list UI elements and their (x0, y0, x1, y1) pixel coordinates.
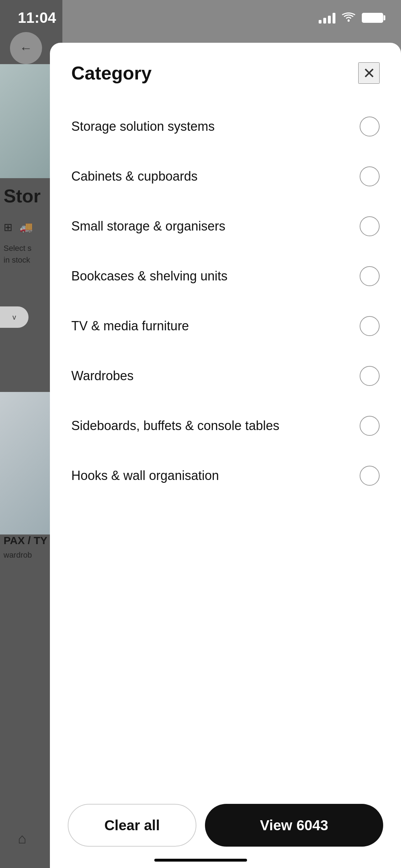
list-item[interactable]: Wardrobes (50, 351, 401, 401)
options-list: Storage solution systems Cabinets & cupb… (50, 94, 401, 790)
bg-select-text: Select sin stock (4, 242, 31, 266)
view-count: 6043 (297, 817, 328, 833)
status-time: 11:04 (18, 9, 56, 26)
back-button[interactable]: ← (10, 32, 42, 64)
option-label: Storage solution systems (71, 118, 360, 135)
option-label: Wardrobes (71, 368, 360, 384)
bg-pax-text: PAX / TY (4, 534, 47, 547)
list-item[interactable]: TV & media furniture (50, 301, 401, 351)
home-indicator (154, 859, 247, 862)
list-item[interactable]: Sideboards, buffets & console tables (50, 401, 401, 451)
radio-button[interactable] (360, 266, 380, 286)
clear-all-button[interactable]: Clear all (68, 804, 196, 847)
radio-button[interactable] (360, 416, 380, 436)
battery-icon (362, 13, 383, 23)
option-label: Small storage & organisers (71, 218, 360, 235)
list-item[interactable]: Hooks & wall organisation (50, 451, 401, 501)
option-label: TV & media furniture (71, 318, 360, 335)
view-label: View (260, 817, 292, 833)
grid-icon: ⊞ (4, 221, 12, 233)
bg-stor-text: Stor (4, 185, 41, 207)
bg-home-icon: ⌂ (18, 831, 26, 847)
bg-pill-button: v (0, 306, 29, 328)
list-item[interactable]: Bookcases & shelving units (50, 251, 401, 301)
list-item[interactable]: Cabinets & cupboards (50, 151, 401, 201)
list-item[interactable]: Small storage & organisers (50, 201, 401, 251)
wifi-icon (342, 11, 355, 25)
truck-icon: 🚚 (20, 221, 33, 233)
radio-button[interactable] (360, 166, 380, 186)
option-label: Cabinets & cupboards (71, 168, 360, 185)
radio-button[interactable] (360, 366, 380, 386)
option-label: Bookcases & shelving units (71, 268, 360, 285)
radio-button[interactable] (360, 117, 380, 136)
bg-icons-row: ⊞ 🚚 (4, 221, 33, 233)
sheet-header: Category ✕ (50, 43, 401, 94)
close-button[interactable]: ✕ (358, 62, 380, 84)
category-sheet: Category ✕ Storage solution systems Cabi… (50, 43, 401, 868)
signal-bars-icon (319, 12, 335, 24)
sheet-title: Category (71, 62, 151, 84)
view-button[interactable]: View 6043 (205, 804, 383, 847)
option-label: Hooks & wall organisation (71, 467, 360, 484)
action-bar: Clear all View 6043 (50, 790, 401, 868)
bg-wardrob-text: wardrob (4, 551, 32, 560)
radio-button[interactable] (360, 316, 380, 336)
list-item[interactable]: Storage solution systems (50, 102, 401, 151)
radio-button[interactable] (360, 216, 380, 236)
option-label: Sideboards, buffets & console tables (71, 418, 360, 434)
status-icons (319, 11, 383, 25)
svg-point-0 (348, 20, 350, 22)
radio-button[interactable] (360, 466, 380, 486)
status-bar: 11:04 (0, 0, 401, 36)
